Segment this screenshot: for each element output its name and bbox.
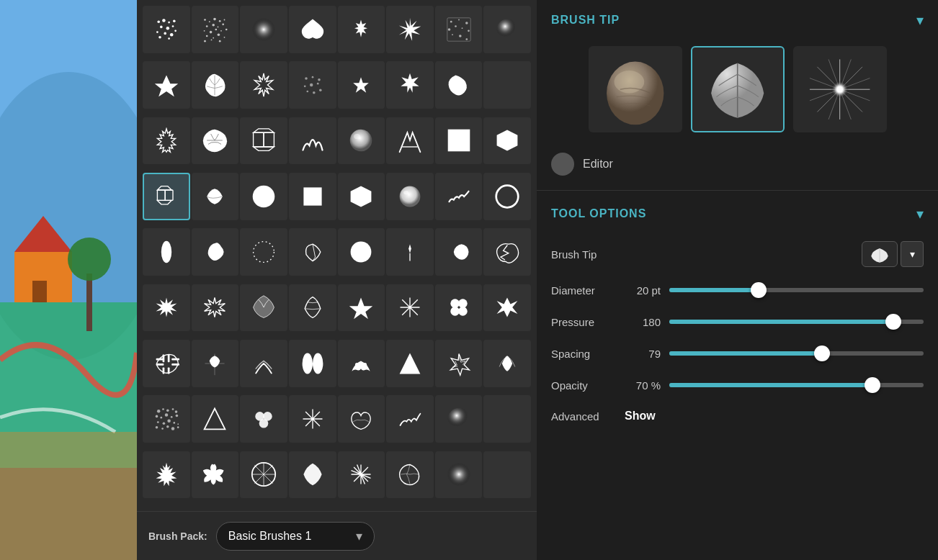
brush-tip-header[interactable]: BRUSH TIP ▾ <box>537 0 938 40</box>
brush-cell-9[interactable] <box>192 61 239 109</box>
brush-cell-41[interactable] <box>192 284 239 332</box>
brush-cell-40[interactable] <box>143 284 190 332</box>
spacing-slider[interactable] <box>669 345 924 362</box>
show-button[interactable]: Show <box>625 410 656 423</box>
brush-cell-29[interactable] <box>386 173 434 220</box>
brush-cell-48[interactable] <box>143 340 190 387</box>
brush-cell-63[interactable] <box>483 395 531 443</box>
brush-cell-13[interactable] <box>386 61 434 109</box>
brush-cell-43[interactable] <box>289 284 336 332</box>
diameter-slider[interactable] <box>669 281 924 299</box>
brush-cell-31[interactable] <box>483 173 531 220</box>
brush-cell-8[interactable] <box>143 61 190 109</box>
brush-cell-21[interactable] <box>386 117 434 165</box>
brush-cell-53[interactable] <box>386 340 434 387</box>
brush-cell-14[interactable] <box>435 61 483 109</box>
brush-cell-65[interactable] <box>192 451 239 499</box>
brush-cell-54[interactable] <box>435 340 483 387</box>
brush-cell-45[interactable] <box>386 284 434 332</box>
brush-cell-55[interactable] <box>483 340 531 387</box>
editor-row[interactable]: Editor <box>537 147 938 187</box>
opacity-label: Opacity <box>551 379 616 392</box>
brush-cell-1[interactable] <box>192 6 239 53</box>
brush-cell-7[interactable] <box>483 6 531 53</box>
brush-cell-35[interactable] <box>289 228 336 276</box>
tool-options-header[interactable]: TOOL OPTIONS ▾ <box>537 194 938 234</box>
brush-cell-6[interactable] <box>435 6 483 53</box>
brush-cell-30[interactable] <box>435 173 483 220</box>
brush-cell-51[interactable] <box>289 340 336 387</box>
brush-tip-option-label: Brush Tip <box>551 248 616 261</box>
brush-cell-23[interactable] <box>483 117 531 165</box>
brush-cell-33[interactable] <box>192 228 239 276</box>
svg-point-45 <box>252 18 275 41</box>
brush-cell-15[interactable] <box>483 61 531 109</box>
brush-cell-61[interactable] <box>386 395 434 443</box>
svg-marker-75 <box>157 186 171 189</box>
brush-cell-16[interactable] <box>143 117 190 165</box>
svg-point-108 <box>171 416 173 418</box>
brush-cell-57[interactable] <box>192 395 239 443</box>
brush-cell-0[interactable] <box>143 6 190 53</box>
brush-cell-3[interactable] <box>289 6 336 53</box>
brush-cell-69[interactable] <box>386 451 434 499</box>
brush-tip-thumb-0[interactable] <box>589 46 682 132</box>
brush-tip-thumb-2[interactable] <box>793 46 887 132</box>
opacity-slider[interactable] <box>669 376 924 394</box>
svg-point-7 <box>68 238 111 281</box>
svg-point-126 <box>607 61 664 125</box>
brush-cell-47[interactable] <box>483 284 531 332</box>
brush-tip-dropdown[interactable]: ▾ <box>901 241 924 267</box>
brush-cell-49[interactable] <box>192 340 239 387</box>
pressure-slider[interactable] <box>669 313 924 330</box>
brush-cell-24[interactable] <box>143 173 190 220</box>
brush-cell-5[interactable] <box>386 6 434 53</box>
brush-cell-52[interactable] <box>338 340 385 387</box>
brush-cell-38[interactable] <box>435 228 483 276</box>
brush-cell-70[interactable] <box>435 451 483 499</box>
brush-cell-11[interactable] <box>289 61 336 109</box>
brush-cell-25[interactable] <box>192 173 239 220</box>
brush-cell-28[interactable] <box>338 173 385 220</box>
brush-cell-36[interactable] <box>338 228 385 276</box>
brush-cell-10[interactable] <box>240 61 287 109</box>
brush-cell-4[interactable] <box>338 6 385 53</box>
brush-cell-37[interactable] <box>386 228 434 276</box>
brush-cell-18[interactable] <box>240 117 287 165</box>
brush-tip-thumb-1[interactable] <box>691 46 785 132</box>
brush-cell-58[interactable] <box>240 395 287 443</box>
brush-cell-68[interactable] <box>338 451 385 499</box>
brush-cell-22[interactable] <box>435 117 483 165</box>
brush-cell-66[interactable] <box>240 451 287 499</box>
brush-cell-20[interactable] <box>338 117 385 165</box>
brush-cell-62[interactable] <box>435 395 483 443</box>
brush-cell-71[interactable] <box>483 451 531 499</box>
svg-point-72 <box>354 134 360 139</box>
svg-point-26 <box>214 18 217 21</box>
brush-cell-19[interactable] <box>289 117 336 165</box>
brush-cell-46[interactable] <box>435 284 483 332</box>
brush-cell-39[interactable] <box>483 228 531 276</box>
brush-cell-67[interactable] <box>289 451 336 499</box>
brush-cell-60[interactable] <box>338 395 385 443</box>
brush-cell-59[interactable] <box>289 395 336 443</box>
brush-cell-44[interactable] <box>338 284 385 332</box>
brush-cell-26[interactable] <box>240 173 287 220</box>
brush-cell-17[interactable] <box>192 117 239 165</box>
brush-pack-select[interactable]: Basic Brushes 1 ▾ <box>216 522 375 551</box>
brush-cell-27[interactable] <box>289 173 336 220</box>
brush-cell-32[interactable] <box>143 228 190 276</box>
brush-cell-56[interactable] <box>143 395 190 443</box>
brush-pack-label: Brush Pack: <box>148 530 207 542</box>
brush-cell-50[interactable] <box>240 340 287 387</box>
brush-tip-option-row: Brush Tip ▾ <box>537 234 938 274</box>
spacing-value: 79 <box>625 348 661 360</box>
brush-cell-34[interactable] <box>240 228 287 276</box>
svg-point-10 <box>157 20 160 23</box>
brush-cell-2[interactable] <box>240 6 287 53</box>
brush-tip-preview[interactable] <box>862 241 898 267</box>
brush-cell-64[interactable] <box>143 451 190 499</box>
tool-options-chevron: ▾ <box>916 205 924 222</box>
brush-cell-42[interactable] <box>240 284 287 332</box>
brush-cell-12[interactable] <box>338 61 385 109</box>
